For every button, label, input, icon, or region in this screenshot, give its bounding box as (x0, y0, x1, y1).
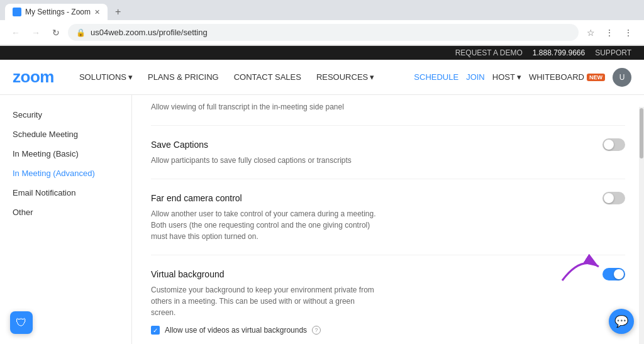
request-demo-link[interactable]: REQUEST A DEMO (455, 48, 523, 57)
save-captions-title: Save Captions (151, 140, 208, 150)
whiteboard-button[interactable]: WHITEBOARD NEW (529, 72, 605, 82)
virtual-background-desc: Customize your background to keep your e… (151, 284, 377, 318)
far-end-camera-knob (604, 193, 614, 203)
join-link[interactable]: JOIN (466, 72, 485, 82)
sidebar-item-other[interactable]: Other (0, 203, 131, 222)
virtual-background-title: Virtual background (151, 269, 224, 279)
address-bar[interactable]: 🔒 us04web.zoom.us/profile/setting (68, 24, 579, 41)
tab-close-button[interactable]: ✕ (94, 8, 100, 16)
allow-videos-checkbox[interactable] (151, 326, 160, 335)
zoom-logo[interactable]: zoom (13, 67, 54, 87)
sidebar-item-schedule-meeting[interactable]: Schedule Meeting (0, 125, 131, 144)
sidebar-item-security[interactable]: Security (0, 105, 131, 125)
support-link[interactable]: SUPPORT (595, 48, 631, 57)
sidebar: Security Schedule Meeting In Meeting (Ba… (0, 95, 132, 344)
security-badge[interactable]: 🛡 (10, 311, 33, 334)
host-button[interactable]: HOST ▾ (492, 72, 521, 82)
sidebar-item-email-notification[interactable]: Email Notification (0, 183, 131, 203)
far-end-camera-row: Far end camera control Allow another use… (151, 179, 625, 255)
virtual-background-checkbox-row: Allow use of videos as virtual backgroun… (151, 326, 625, 335)
forward-button[interactable]: → (28, 25, 44, 41)
lock-icon: 🔒 (76, 28, 86, 37)
tab-bar: My Settings - Zoom ✕ + (0, 0, 644, 20)
save-captions-header: Save Captions (151, 138, 625, 151)
far-end-camera-header: Far end camera control (151, 192, 625, 204)
virtual-background-row: Virtual background (151, 255, 625, 344)
virtual-background-header: Virtual background (151, 268, 625, 280)
tab-title: My Settings - Zoom (25, 8, 91, 16)
save-captions-desc: Allow participants to save fully closed … (151, 155, 377, 166)
info-icon[interactable]: ? (312, 326, 321, 335)
scrollbar[interactable] (639, 107, 644, 344)
purple-arrow-icon (556, 249, 606, 287)
save-captions-row: Save Captions Allow participants to save… (151, 126, 625, 179)
far-end-camera-desc: Allow another user to take control of yo… (151, 208, 377, 242)
save-captions-toggle[interactable] (602, 138, 625, 151)
main-content: Allow viewing of full transcript in the … (132, 95, 644, 344)
chevron-down-icon-resources: ▾ (370, 72, 374, 82)
nav-resources[interactable]: RESOURCES ▾ (310, 67, 380, 87)
shield-icon: 🛡 (16, 316, 27, 330)
schedule-link[interactable]: SCHEDULE (414, 72, 458, 82)
scrollbar-thumb[interactable] (640, 108, 643, 158)
main-navigation: zoom SOLUTIONS ▾ PLANS & PRICING CONTACT… (0, 60, 644, 95)
nav-solutions[interactable]: SOLUTIONS ▾ (73, 67, 139, 87)
allow-videos-label: Allow use of videos as virtual backgroun… (165, 326, 307, 335)
url-text: us04web.zoom.us/profile/setting (91, 28, 570, 37)
virtual-background-knob (614, 269, 624, 279)
back-button[interactable]: ← (8, 25, 24, 41)
page-body: Security Schedule Meeting In Meeting (Ba… (0, 95, 644, 344)
virtual-background-toggle[interactable] (602, 268, 625, 280)
sidebar-item-in-meeting-advanced[interactable]: In Meeting (Advanced) (0, 164, 131, 183)
nav-contact[interactable]: CONTACT SALES (228, 67, 308, 87)
phone-number: 1.888.799.9666 (533, 48, 585, 57)
new-tab-button[interactable]: + (110, 4, 126, 20)
extensions-button[interactable]: ⋮ (601, 25, 618, 41)
sidebar-item-in-meeting-basic[interactable]: In Meeting (Basic) (0, 144, 131, 164)
nav-right: SCHEDULE JOIN HOST ▾ WHITEBOARD NEW U (414, 68, 631, 87)
browser-chrome: My Settings - Zoom ✕ + ← → ↻ 🔒 us04web.z… (0, 0, 644, 46)
browser-controls: ← → ↻ 🔒 us04web.zoom.us/profile/setting … (0, 20, 644, 45)
nav-links: SOLUTIONS ▾ PLANS & PRICING CONTACT SALE… (73, 67, 414, 87)
avatar[interactable]: U (613, 68, 631, 87)
save-captions-knob (604, 140, 614, 150)
page-wrapper: My Settings - Zoom ✕ + ← → ↻ 🔒 us04web.z… (0, 0, 644, 344)
chevron-down-icon: ▾ (128, 72, 133, 82)
menu-button[interactable]: ⋮ (620, 25, 636, 41)
new-badge: NEW (587, 74, 605, 81)
virtual-background-toggle-container (602, 268, 625, 280)
far-end-camera-toggle[interactable] (602, 192, 625, 204)
reload-button[interactable]: ↻ (48, 25, 64, 41)
chat-icon: 💬 (614, 314, 628, 328)
active-tab[interactable]: My Settings - Zoom ✕ (5, 4, 108, 20)
nav-plans[interactable]: PLANS & PRICING (142, 67, 225, 87)
bookmark-button[interactable]: ☆ (582, 25, 599, 41)
chat-button[interactable]: 💬 (609, 309, 634, 334)
transcript-setting: Allow viewing of full transcript in the … (151, 95, 625, 126)
transcript-desc: Allow viewing of full transcript in the … (151, 101, 377, 113)
top-notification-bar: REQUEST A DEMO 1.888.799.9666 SUPPORT (0, 46, 644, 60)
tab-favicon (13, 8, 21, 16)
browser-actions: ☆ ⋮ ⋮ (582, 25, 636, 41)
far-end-camera-title: Far end camera control (151, 193, 242, 203)
chevron-down-icon-host: ▾ (517, 72, 521, 82)
